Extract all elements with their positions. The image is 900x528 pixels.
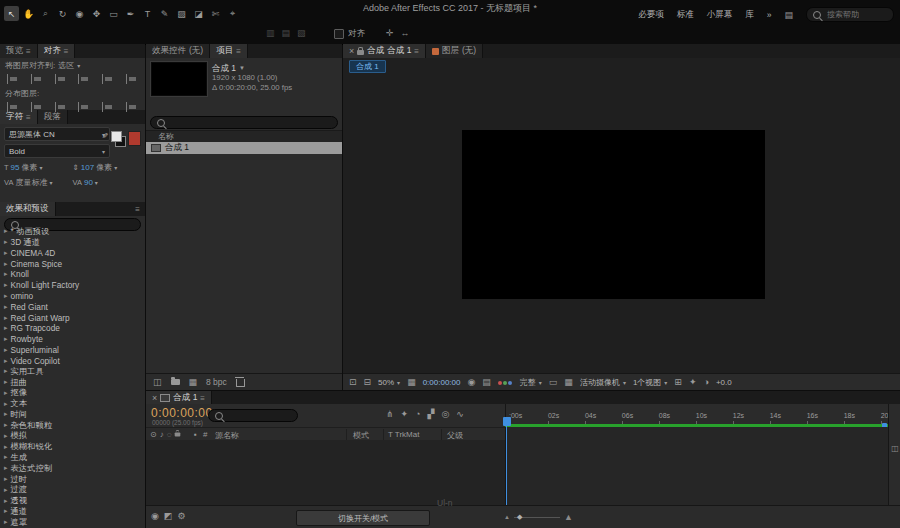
align-bottom-icon[interactable]	[125, 74, 139, 84]
solo-icon[interactable]: ◌	[167, 430, 172, 439]
disclosure-arrow-icon[interactable]: ▸	[4, 475, 8, 483]
layer-list-area[interactable]	[146, 440, 505, 505]
tab-preview[interactable]: 预览 ≡	[0, 44, 38, 58]
roto-brush-tool-icon[interactable]: ✄	[208, 6, 223, 21]
graph-editor-icon[interactable]: ∿	[456, 409, 464, 419]
pen-tool-icon[interactable]: ✒	[123, 6, 138, 21]
eyedropper-icon[interactable]: ✎	[100, 132, 109, 139]
align-right-icon[interactable]	[54, 74, 68, 84]
tab-paragraph[interactable]: 段落	[38, 110, 68, 124]
rotation-tool-icon[interactable]: ↻	[55, 6, 70, 21]
effects-category-row[interactable]: ▸ omino	[0, 291, 145, 302]
type-tool-icon[interactable]: T	[140, 6, 155, 21]
align-to-select[interactable]: 选区	[58, 60, 74, 71]
track-area[interactable]	[505, 427, 889, 505]
draft-3d-icon[interactable]: ✦	[401, 409, 409, 419]
show-snapshot-icon[interactable]: ▤	[482, 377, 491, 387]
composition-canvas[interactable]	[462, 130, 765, 299]
tab-layer[interactable]: 图层 (无)	[426, 44, 483, 58]
disclosure-arrow-icon[interactable]: ▸	[4, 292, 8, 300]
view-layout-select[interactable]: 1个视图 ▾	[633, 377, 667, 388]
help-search-input[interactable]	[825, 9, 887, 20]
camera-select[interactable]: 活动摄像机 ▾	[580, 377, 626, 388]
exposure-value[interactable]: +0.0	[716, 378, 732, 387]
transparency-grid-icon[interactable]: ▦	[564, 377, 573, 387]
disclosure-arrow-icon[interactable]: ▸	[4, 227, 8, 235]
lock-icon[interactable]	[357, 50, 364, 55]
disclosure-arrow-icon[interactable]: ▸	[4, 443, 8, 451]
lock-icon[interactable]	[175, 433, 181, 437]
workspace-button[interactable]: 库	[745, 9, 754, 21]
effects-category-row[interactable]: ▸ Rowbyte	[0, 334, 145, 345]
disclosure-arrow-icon[interactable]: ▸	[4, 453, 8, 461]
panel-menu-icon[interactable]: ≡	[26, 113, 31, 122]
panel-menu-icon[interactable]: ≡	[26, 47, 31, 56]
distribute-left-icon[interactable]	[77, 102, 91, 112]
chevron-down-icon[interactable]: ▾	[95, 179, 98, 186]
channel-rgb-icon[interactable]	[498, 378, 513, 387]
effects-category-row[interactable]: ▸ * 动画预设	[0, 226, 145, 237]
tab-align[interactable]: 对齐 ≡	[38, 44, 76, 58]
clone-stamp-tool-icon[interactable]: ▨	[174, 6, 189, 21]
align-h-center-icon[interactable]	[30, 74, 44, 84]
eye-icon[interactable]: ⊙	[150, 430, 157, 439]
panel-menu-icon[interactable]: ≡	[236, 47, 241, 56]
align-left-icon[interactable]	[6, 74, 20, 84]
disclosure-arrow-icon[interactable]: ▸	[4, 410, 8, 418]
effects-category-row[interactable]: ▸ 过时	[0, 474, 145, 485]
view-layout-grid-icon[interactable]: ⊞	[674, 377, 682, 387]
close-icon[interactable]: ×	[349, 47, 354, 56]
effects-category-row[interactable]: ▸ 文本	[0, 398, 145, 409]
disclosure-arrow-icon[interactable]: ▸	[4, 249, 8, 257]
chevron-down-icon[interactable]: ▼	[239, 63, 245, 73]
effects-category-row[interactable]: ▸ 3D 通道	[0, 237, 145, 248]
disclosure-arrow-icon[interactable]: ▸	[4, 270, 8, 278]
audio-icon[interactable]: ♪	[160, 430, 164, 439]
font-family-select[interactable]: 思源黑体 CN ▾	[4, 127, 110, 141]
toggle-switches-modes-button[interactable]: 切换开关/模式	[296, 510, 430, 526]
bit-depth-button[interactable]: 8 bpc	[206, 377, 227, 387]
effects-category-row[interactable]: ▸ 实用工具	[0, 366, 145, 377]
hand-tool-icon[interactable]: ✋	[21, 6, 36, 21]
disclosure-arrow-icon[interactable]: ▸	[4, 260, 8, 268]
workspace-button[interactable]: 必要项	[638, 9, 664, 21]
tracking-value[interactable]: 90	[84, 178, 93, 187]
effects-category-row[interactable]: ▸ Superluminal	[0, 344, 145, 355]
disclosure-arrow-icon[interactable]: ▸	[4, 497, 8, 505]
kerning-value[interactable]: 度量标准	[15, 177, 47, 188]
composition-selector-chip[interactable]: 合成 1	[349, 60, 386, 73]
shape-tool-icon[interactable]: ▭	[106, 6, 121, 21]
disclosure-arrow-icon[interactable]: ▸	[4, 486, 8, 494]
new-folder-icon[interactable]	[171, 379, 180, 385]
disclosure-arrow-icon[interactable]: ▸	[4, 432, 8, 440]
trkmat-column[interactable]: T TrkMat	[388, 430, 419, 439]
workspace-button[interactable]: 小屏幕	[707, 9, 733, 21]
effects-category-row[interactable]: ▸ Knoll Light Factory	[0, 280, 145, 291]
disclosure-arrow-icon[interactable]: ▸	[4, 281, 8, 289]
panel-menu-icon[interactable]: ≡	[135, 202, 145, 216]
zoom-slider-handle[interactable]: ◆	[517, 513, 522, 521]
effects-category-row[interactable]: ▸ 遮罩	[0, 517, 145, 528]
selection-tool-icon[interactable]: ↖	[4, 6, 19, 21]
distribute-top-icon[interactable]	[6, 102, 20, 112]
effects-category-row[interactable]: ▸ CINEMA 4D	[0, 248, 145, 259]
transfer-controls-pane-icon[interactable]: ◩	[164, 511, 173, 521]
motion-blur-icon[interactable]: ◎	[441, 409, 449, 419]
viewer-timecode[interactable]: 0:00:00:00	[423, 378, 461, 387]
layer-number-column[interactable]: #	[203, 430, 207, 439]
disclosure-arrow-icon[interactable]: ▸	[4, 421, 8, 429]
effects-category-row[interactable]: ▸ Red Giant	[0, 301, 145, 312]
toolbar-option-icon-1[interactable]: ▥	[266, 28, 275, 38]
layer-switches-pane-icon[interactable]: ◉	[151, 511, 159, 521]
puppet-pin-tool-icon[interactable]: ⌖	[225, 6, 240, 21]
zoom-in-icon[interactable]: ▲	[564, 512, 573, 522]
tab-effects-presets[interactable]: 效果和预设	[0, 202, 56, 216]
fill-color-swatch[interactable]	[111, 131, 122, 142]
panel-menu-icon[interactable]: ≡	[64, 47, 69, 56]
frame-blend-icon[interactable]: ▞	[428, 409, 435, 419]
effects-category-row[interactable]: ▸ 杂色和颗粒	[0, 420, 145, 431]
toolbar-option-icon-3[interactable]: ▧	[297, 28, 306, 38]
effects-category-row[interactable]: ▸ 透视	[0, 495, 145, 506]
disclosure-arrow-icon[interactable]: ▸	[4, 324, 8, 332]
delete-icon[interactable]	[236, 379, 245, 387]
